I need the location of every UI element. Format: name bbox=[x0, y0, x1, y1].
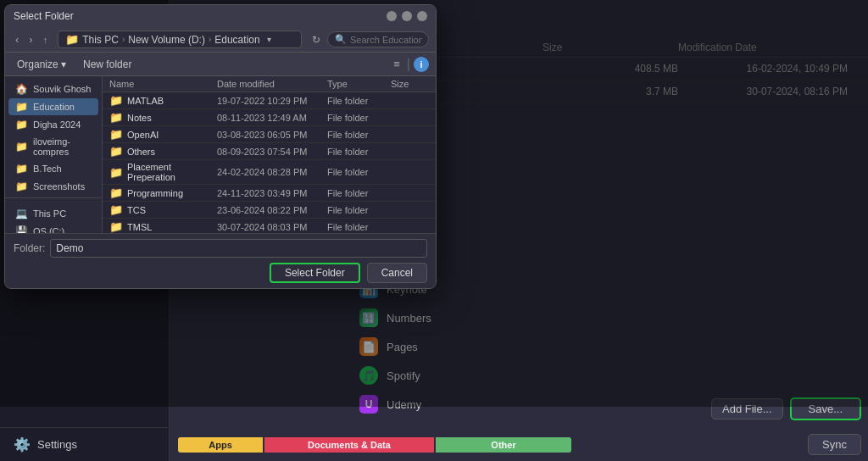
file-name: TCS bbox=[127, 205, 217, 215]
file-row[interactable]: 📁 OpenAI 03-08-2023 06:05 PM File folder bbox=[103, 126, 436, 143]
window-controls: ─ □ ✕ bbox=[387, 11, 427, 21]
file-list-pane: Name Date modified Type Size 📁 MATLAB 19… bbox=[103, 76, 436, 233]
sidebar-label-btech: B.Tech bbox=[33, 164, 62, 174]
sidebar-item-iloveimg[interactable]: 📁 iloveimg-compres bbox=[8, 134, 98, 159]
file-row[interactable]: 📁 Programming 24-11-2023 03:49 PM File f… bbox=[103, 185, 436, 202]
file-date: 23-06-2024 08:22 PM bbox=[217, 205, 327, 215]
folder-label: Folder: bbox=[14, 242, 45, 254]
sidebar-item-screenshots[interactable]: 📁 Screenshots bbox=[8, 178, 98, 195]
other-segment: Other bbox=[436, 437, 571, 453]
path-volume: New Volume (D:) bbox=[128, 34, 205, 46]
sidebar-label-souvik: Souvik Ghosh bbox=[33, 84, 91, 94]
folder-icon-screenshots: 📁 bbox=[15, 181, 28, 192]
sidebar-divider bbox=[5, 197, 102, 203]
sidebar-label-iloveimg: iloveimg-compres bbox=[33, 136, 92, 157]
refresh-button[interactable]: ↻ bbox=[309, 32, 324, 47]
file-name: TMSL bbox=[127, 222, 217, 232]
forward-button[interactable]: › bbox=[25, 31, 36, 47]
file-row[interactable]: 📁 Placement Preperation 24-02-2024 08:28… bbox=[103, 160, 436, 185]
file-type: File folder bbox=[327, 147, 391, 157]
file-date: 03-08-2023 06:05 PM bbox=[217, 130, 327, 140]
folder-icon-iloveimg: 📁 bbox=[15, 141, 28, 153]
sidebar-item-btech[interactable]: 📁 B.Tech bbox=[8, 160, 98, 177]
search-box: 🔍 bbox=[327, 31, 429, 47]
sync-area: Sync bbox=[746, 427, 868, 461]
file-date: 19-07-2022 10:29 PM bbox=[217, 96, 327, 106]
sidebar-item-education[interactable]: 📁 Education bbox=[8, 98, 98, 115]
folder-row-icon: 📁 bbox=[109, 128, 123, 141]
other-label: Other bbox=[491, 440, 515, 450]
file-name: Programming bbox=[127, 188, 217, 198]
sync-button[interactable]: Sync bbox=[808, 434, 861, 455]
minimize-button[interactable]: ─ bbox=[387, 11, 397, 21]
sidebar-label-osc: OS (C:) bbox=[33, 226, 64, 233]
search-input[interactable] bbox=[350, 35, 422, 45]
search-icon: 🔍 bbox=[335, 34, 347, 45]
file-date: 30-07-2024 08:03 PM bbox=[217, 222, 327, 232]
home-icon: 🏠 bbox=[15, 83, 28, 95]
cancel-button[interactable]: Cancel bbox=[367, 263, 427, 283]
folder-row-icon: 📁 bbox=[109, 94, 123, 107]
folder-row-icon: 📁 bbox=[109, 166, 123, 179]
file-type: File folder bbox=[327, 205, 391, 215]
file-type: File folder bbox=[327, 130, 391, 140]
col-header-name[interactable]: Name bbox=[109, 79, 217, 89]
path-sep-1: › bbox=[122, 35, 125, 44]
close-button[interactable]: ✕ bbox=[417, 11, 427, 21]
apps-label: Apps bbox=[209, 440, 232, 450]
maximize-button[interactable]: □ bbox=[402, 11, 412, 21]
toolbar-right: ≡ | i bbox=[390, 56, 429, 72]
file-name: Others bbox=[127, 147, 217, 157]
view-toggle-button[interactable]: ≡ bbox=[390, 56, 403, 72]
file-row[interactable]: 📁 MATLAB 19-07-2022 10:29 PM File folder bbox=[103, 92, 436, 109]
drive-icon-c: 💾 bbox=[15, 225, 28, 233]
folder-icon-digha: 📁 bbox=[15, 119, 28, 131]
new-folder-button[interactable]: New folder bbox=[78, 57, 136, 72]
sidebar-label-thispc: This PC bbox=[33, 208, 66, 219]
info-button[interactable]: i bbox=[414, 57, 429, 72]
file-name: Placement Preperation bbox=[127, 162, 217, 182]
nav-toolbar: ‹ › ↑ 📁 This PC › New Volume (D:) › Educ… bbox=[5, 27, 436, 53]
file-row[interactable]: 📁 Notes 08-11-2023 12:49 AM File folder bbox=[103, 109, 436, 126]
docs-segment: Documents & Data bbox=[264, 437, 434, 453]
file-row[interactable]: 📁 TCS 23-06-2024 08:22 PM File folder bbox=[103, 202, 436, 219]
sidebar-item-thispc[interactable]: 💻 This PC bbox=[8, 205, 98, 222]
toolbar-sep: | bbox=[407, 57, 410, 72]
sidebar-item-digha[interactable]: 📁 Digha 2024 bbox=[8, 116, 98, 133]
apps-segment: Apps bbox=[178, 437, 263, 453]
file-name: Notes bbox=[127, 113, 217, 123]
up-button[interactable]: ↑ bbox=[40, 33, 52, 47]
col-header-date[interactable]: Date modified bbox=[217, 79, 327, 89]
settings-icon: ⚙️ bbox=[14, 436, 31, 453]
col-header-size[interactable]: Size bbox=[391, 79, 429, 89]
dialog-actions: Select Folder Cancel bbox=[14, 263, 427, 283]
folder-row-icon: 📁 bbox=[109, 145, 123, 158]
docs-label: Documents & Data bbox=[308, 440, 391, 450]
col-header-type[interactable]: Type bbox=[327, 79, 391, 89]
folder-row: Folder: bbox=[14, 239, 427, 258]
file-date: 24-11-2023 03:49 PM bbox=[217, 188, 327, 198]
file-type: File folder bbox=[327, 222, 391, 232]
file-type: File folder bbox=[327, 167, 391, 177]
action-toolbar: Organize ▾ New folder ≡ | i bbox=[5, 53, 436, 76]
settings-label: Settings bbox=[37, 438, 77, 451]
file-date: 08-09-2023 07:54 PM bbox=[217, 147, 327, 157]
folder-icon-education: 📁 bbox=[15, 101, 28, 113]
file-row[interactable]: 📁 Others 08-09-2023 07:54 PM File folder bbox=[103, 143, 436, 160]
file-row[interactable]: 📁 TMSL 30-07-2024 08:03 PM File folder bbox=[103, 219, 436, 233]
file-date: 24-02-2024 08:28 PM bbox=[217, 167, 327, 177]
select-folder-button[interactable]: Select Folder bbox=[270, 263, 360, 283]
back-button[interactable]: ‹ bbox=[12, 31, 22, 47]
organize-button[interactable]: Organize ▾ bbox=[12, 57, 71, 72]
pc-icon: 💻 bbox=[15, 208, 28, 219]
path-sep-2: › bbox=[209, 35, 211, 44]
folder-input[interactable] bbox=[50, 239, 427, 258]
sidebar-item-souvik[interactable]: 🏠 Souvik Ghosh bbox=[8, 81, 98, 97]
sidebar-item-osc[interactable]: 💾 OS (C:) bbox=[8, 223, 98, 233]
file-type: File folder bbox=[327, 188, 391, 198]
storage-progress-bar: Apps Documents & Data Other bbox=[178, 436, 737, 454]
path-pc: This PC bbox=[82, 34, 119, 46]
path-dropdown[interactable]: ▾ bbox=[267, 35, 271, 44]
dialog-footer: Folder: Select Folder Cancel bbox=[5, 233, 436, 288]
folder-row-icon: 📁 bbox=[109, 203, 123, 216]
